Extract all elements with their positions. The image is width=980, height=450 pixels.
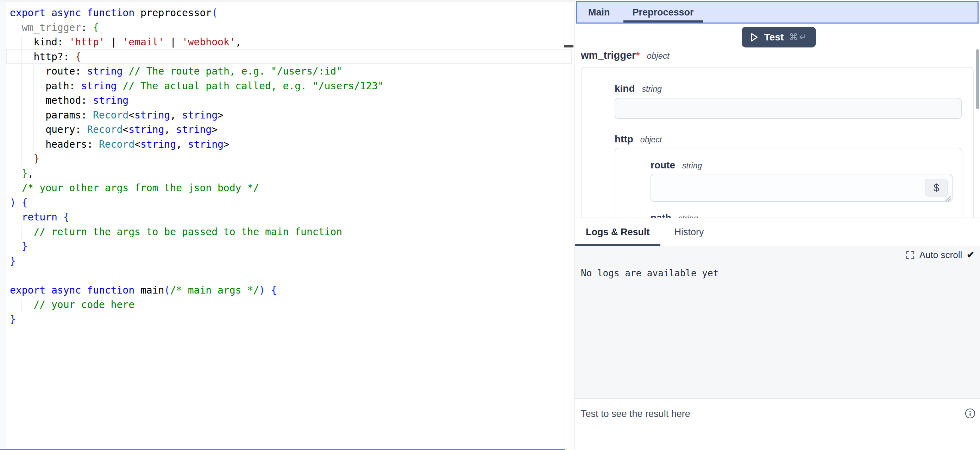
code-line: http?: { (10, 49, 384, 64)
tab-history[interactable]: History (664, 218, 714, 246)
code-line: route: string // The route path, e.g. "/… (10, 64, 384, 79)
tab-logs-result[interactable]: Logs & Result (575, 218, 660, 246)
code-line: } (10, 152, 384, 166)
code-line: export async function preprocessor( (10, 6, 384, 21)
kind-type: string (642, 84, 662, 94)
code-lines[interactable]: export async function preprocessor( wm_t… (10, 6, 384, 326)
code-line: wm_trigger: { (10, 21, 384, 35)
resize-grip-icon[interactable] (944, 195, 951, 202)
http-type: object (640, 135, 662, 144)
code-line (10, 268, 384, 283)
result-placeholder: Test to see the result here (581, 409, 690, 420)
code-line: export async function main(/* main args … (10, 283, 384, 298)
auto-scroll-check-icon: ✔ (967, 250, 974, 260)
test-panel: Main Preprocessor Test ⌘↵ wm_trigger* ob… (574, 0, 980, 450)
tab-main[interactable]: Main (579, 2, 619, 22)
path-label-row: path string (651, 212, 698, 218)
route-label-row: route string (651, 160, 702, 171)
http-label: http (615, 134, 633, 145)
code-line: }, (10, 166, 384, 181)
route-label: route (651, 160, 675, 171)
code-line: // your code here (10, 298, 384, 312)
logs-area: Auto scroll ✔ No logs are available yet (574, 246, 980, 398)
route-input[interactable]: $ (651, 174, 953, 202)
test-button[interactable]: Test ⌘↵ (742, 27, 816, 48)
code-line: ) { (10, 195, 384, 210)
code-line: query: Record<string, string> (10, 122, 384, 137)
code-editor[interactable]: export async function preprocessor( wm_t… (0, 0, 574, 450)
test-button-shortcut: ⌘↵ (789, 32, 808, 43)
result-area: Test to see the result here (574, 398, 980, 450)
preprocessor-form-section: Main Preprocessor Test ⌘↵ wm_trigger* ob… (574, 0, 980, 218)
panel-scrollbar-thumb[interactable] (976, 49, 979, 109)
code-line: } (10, 312, 384, 327)
wm-trigger-label: wm_trigger* (581, 49, 640, 61)
code-line: return { (10, 210, 384, 225)
code-line: method: string (10, 93, 384, 108)
http-label-row: http object (615, 134, 662, 145)
route-type: string (682, 161, 702, 171)
editor-right-edge (563, 0, 564, 450)
wm-trigger-object-box: kind string http object route string (581, 67, 974, 218)
play-icon (750, 32, 759, 43)
wm-trigger-label-row: wm_trigger* object (581, 49, 670, 61)
kind-label: kind (615, 83, 635, 94)
auto-scroll-toggle[interactable]: Auto scroll ✔ (906, 250, 974, 260)
code-line: // return the args to be passed to the m… (10, 225, 384, 239)
panel-tab-bar: Main Preprocessor (576, 1, 978, 24)
kind-label-row: kind string (615, 83, 662, 94)
no-logs-message: No logs are available yet (581, 268, 719, 279)
kind-input[interactable] (615, 98, 962, 119)
http-object-box: route string $ path string (615, 147, 963, 218)
overview-ruler-mark (564, 45, 573, 48)
info-icon[interactable] (964, 408, 976, 419)
editor-top-strip (0, 0, 574, 2)
windmill-script-editor: export async function preprocessor( wm_t… (0, 0, 980, 450)
insert-variable-button[interactable]: $ (925, 179, 948, 196)
logs-tab-bar: Logs & Result History (574, 218, 980, 246)
wm-trigger-type: object (647, 51, 670, 61)
code-line: params: Record<string, string> (10, 108, 384, 123)
auto-scroll-label: Auto scroll (920, 250, 962, 260)
code-line: } (10, 254, 384, 269)
code-line: kind: 'http' | 'email' | 'webhook', (10, 35, 384, 49)
path-label: path (651, 212, 671, 218)
code-line: headers: Record<string, string> (10, 137, 384, 152)
code-line: } (10, 239, 384, 254)
expand-icon (906, 251, 915, 260)
editor-gutter (0, 2, 6, 450)
code-line: /* your other args from the json body */ (10, 181, 384, 195)
path-type: string (678, 214, 698, 218)
code-line: path: string // The actual path called, … (10, 79, 384, 93)
tab-preprocessor[interactable]: Preprocessor (624, 2, 703, 22)
test-button-label: Test (764, 32, 784, 43)
required-mark: * (636, 49, 640, 61)
